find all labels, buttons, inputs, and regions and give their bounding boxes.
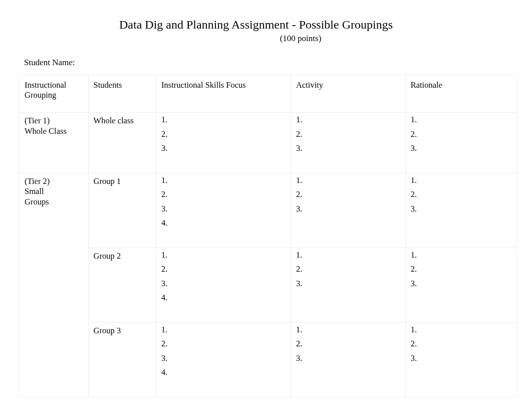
header-students: Students	[88, 75, 156, 113]
header-rationale: Rationale	[405, 75, 516, 113]
student-name-label: Student Name:	[24, 58, 532, 68]
tier1-rationale-cell: 1. 2. 3.	[405, 113, 516, 173]
tier1-grouping-cell: (Tier 1) Whole Class	[20, 113, 89, 173]
header-grouping: Instructional Grouping	[20, 75, 89, 113]
list-item: 2.	[296, 340, 400, 348]
group2-activity-cell: 1. 2. 3.	[291, 248, 406, 322]
list-item: 3.	[411, 354, 511, 363]
group3-students-cell: Group 3	[88, 322, 156, 397]
table-row: Group 2 1. 2. 3. 4. 1. 2. 3. 1. 2. 3.	[20, 248, 517, 322]
tier2-label-line2: Small	[25, 186, 83, 197]
group2-skills-cell: 1. 2. 3. 4.	[156, 248, 291, 322]
list-item: 1.	[161, 326, 286, 334]
tier1-skills-cell: 1. 2. 3.	[156, 113, 291, 173]
list-item: 2.	[161, 340, 286, 348]
group1-rationale-cell: 1. 2. 3.	[405, 173, 516, 248]
page-subtitle: (100 points)	[75, 34, 526, 44]
table-row: (Tier 1) Whole Class Whole class 1. 2. 3…	[20, 113, 517, 173]
list-item: 3.	[411, 205, 511, 214]
tier2-grouping-cell: (Tier 2) Small Groups	[20, 173, 89, 397]
header-activity: Activity	[291, 75, 406, 113]
list-item: 2.	[411, 265, 511, 274]
tier2-label-line1: (Tier 2)	[25, 176, 83, 187]
tier1-label-line2: Whole Class	[25, 126, 83, 137]
list-item: 1.	[411, 326, 511, 334]
group2-rationale-cell: 1. 2. 3.	[405, 248, 516, 322]
list-item: 3.	[161, 280, 286, 288]
list-item: 3.	[161, 144, 286, 153]
list-item: 1.	[411, 116, 511, 124]
tier1-students-cell: Whole class	[88, 113, 156, 173]
group3-skills-cell: 1. 2. 3. 4.	[156, 322, 291, 397]
list-item: 3.	[296, 354, 400, 363]
grouping-table: Instructional Grouping Students Instruct…	[19, 75, 517, 397]
list-item: 3.	[296, 205, 400, 214]
group1-activity-cell: 1. 2. 3.	[291, 173, 406, 248]
group3-activity-cell: 1. 2. 3.	[291, 322, 406, 397]
list-item: 2.	[296, 130, 400, 139]
list-item: 3.	[296, 144, 400, 153]
list-item: 1.	[161, 251, 286, 260]
table-header-row: Instructional Grouping Students Instruct…	[20, 75, 517, 113]
list-item: 3.	[161, 354, 286, 363]
list-item: 2.	[411, 130, 511, 139]
tier1-label-line1: (Tier 1)	[25, 116, 83, 126]
group1-students-cell: Group 1	[88, 173, 156, 248]
list-item: 1.	[161, 176, 286, 185]
list-item: 2.	[161, 130, 286, 139]
page-title: Data Dig and Planning Assignment - Possi…	[75, 18, 437, 32]
tier2-label-line3: Groups	[25, 197, 83, 208]
list-item: 3.	[161, 205, 286, 214]
list-item: 3.	[411, 280, 511, 288]
tier1-activity-cell: 1. 2. 3.	[291, 113, 406, 173]
list-item: 2.	[161, 265, 286, 274]
list-item: 2.	[411, 190, 511, 199]
list-item: 1.	[296, 176, 400, 185]
list-item: 1.	[411, 176, 511, 185]
list-item: 4.	[161, 368, 286, 377]
list-item: 2.	[161, 190, 286, 199]
list-item: 2.	[296, 190, 400, 199]
table-row: (Tier 2) Small Groups Group 1 1. 2. 3. 4…	[20, 173, 517, 248]
list-item: 1.	[296, 326, 400, 334]
table-row: Group 3 1. 2. 3. 4. 1. 2. 3. 1. 2. 3.	[20, 322, 517, 397]
group3-rationale-cell: 1. 2. 3.	[405, 322, 516, 397]
list-item: 2.	[296, 265, 400, 274]
group1-skills-cell: 1. 2. 3. 4.	[156, 173, 291, 248]
header-skills: Instructional Skills Focus	[156, 75, 291, 113]
list-item: 1.	[411, 251, 511, 260]
group2-students-cell: Group 2	[88, 248, 156, 322]
list-item: 4.	[161, 219, 286, 228]
list-item: 1.	[296, 251, 400, 260]
list-item: 1.	[161, 116, 286, 124]
list-item: 1.	[296, 116, 400, 124]
list-item: 2.	[411, 340, 511, 348]
list-item: 3.	[411, 144, 511, 153]
list-item: 4.	[161, 294, 286, 302]
list-item: 3.	[296, 280, 400, 288]
